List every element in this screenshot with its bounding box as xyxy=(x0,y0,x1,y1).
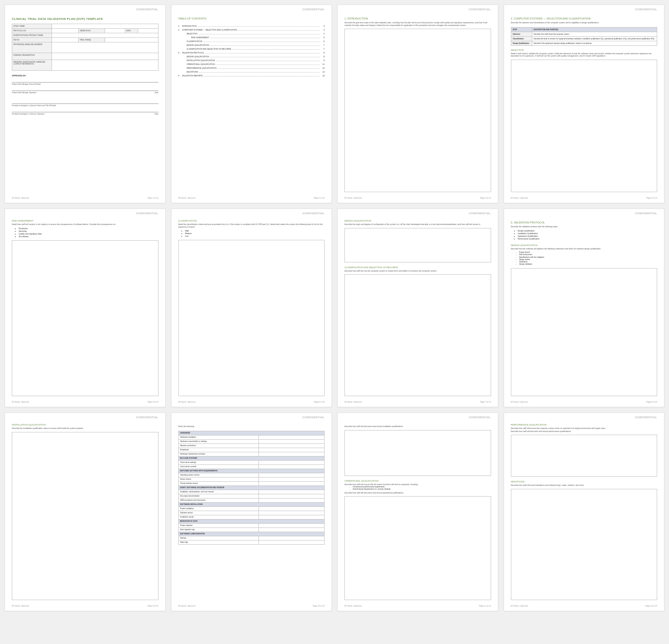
toc-title: TABLE OF CONTENTS xyxy=(178,17,325,20)
toc-dots xyxy=(203,41,320,42)
verify-value[interactable] xyxy=(259,439,324,443)
verify-value[interactable] xyxy=(259,443,324,448)
oq-desc-b: Describe how staff will document and rec… xyxy=(344,492,491,494)
text-input-area[interactable] xyxy=(344,274,491,396)
toc-dots xyxy=(216,60,320,61)
toc-text: CLASSIFICATION AND SELECTION OF RECORDS xyxy=(187,48,231,50)
footer-page: Page 12 of 13 xyxy=(645,605,657,607)
val-study-name[interactable] xyxy=(52,24,158,29)
footer-left: [PI Name / Sponsor] xyxy=(178,197,196,199)
page-footer: [PI Name / Sponsor]Page 10 of 13 xyxy=(178,605,325,607)
toc-page: 8 xyxy=(321,52,325,54)
verify-header: SOFTWARE CONFIGURATION xyxy=(178,532,325,536)
list-item: Medium xyxy=(185,232,325,235)
verify-value[interactable] xyxy=(259,494,324,498)
text-input-area[interactable] xyxy=(344,29,491,192)
toc-dots xyxy=(210,56,320,57)
toc-page: 8 xyxy=(321,55,325,58)
toc-dots xyxy=(210,37,320,38)
list-item: Installation Qualification xyxy=(518,232,658,235)
toc-page: 5 xyxy=(321,36,325,39)
verify-item: Virtual-machine version xyxy=(178,481,259,485)
section-title: RISK ASSESSMENT xyxy=(12,220,158,222)
footer-page: Page 6 of 13 xyxy=(314,401,325,403)
verify-value[interactable] xyxy=(259,481,324,485)
verify-value[interactable] xyxy=(259,452,324,456)
verify-value[interactable] xyxy=(259,464,324,469)
verify-value[interactable] xyxy=(259,460,324,464)
text-input-area[interactable] xyxy=(344,496,491,600)
val-version-no[interactable] xyxy=(105,29,125,33)
section-title: INSTALLATION QUALIFICATION xyxy=(12,424,158,426)
val-sponsor[interactable] xyxy=(52,42,158,53)
list-item: All software xyxy=(19,235,158,238)
text-input-area[interactable] xyxy=(511,435,658,477)
verify-value[interactable] xyxy=(259,435,324,439)
iq-desc: Describe how staff will document and rec… xyxy=(344,425,491,428)
toc-text: PERFORMANCE QUALIFICATION xyxy=(187,67,217,69)
confidential-label: CONFIDENTIAL xyxy=(635,416,657,419)
verify-value[interactable] xyxy=(259,527,324,532)
verify-value[interactable] xyxy=(259,490,324,494)
page-footer: [PI Name / Sponsor]Page 5 of 13 xyxy=(12,401,158,403)
verify-value[interactable] xyxy=(259,477,324,481)
verify-item: Cloud server contract xyxy=(178,464,259,469)
toc-row: RISK ASSESSMENT5 xyxy=(178,36,325,39)
list-item: Performance Qualification xyxy=(518,238,658,240)
list-item: Low xyxy=(185,235,325,238)
text-input-area[interactable] xyxy=(12,240,158,396)
val-date[interactable] xyxy=(138,29,158,33)
text-input-area[interactable] xyxy=(511,60,658,193)
toc-text: INSTALLATION QUALIFICATION xyxy=(187,59,215,61)
section-desc: Detail the classification criteria and a… xyxy=(178,223,325,228)
verify-value[interactable] xyxy=(259,540,324,544)
toc-page: 12 xyxy=(321,71,325,73)
val-protocol-no[interactable] xyxy=(52,29,79,33)
page-11: CONFIDENTIAL Describe how staff will doc… xyxy=(337,413,498,611)
th-desc: DESCRIPTION AND PURPOSE xyxy=(532,27,657,32)
step-label: Selection xyxy=(511,32,532,36)
footer-left: [PI Name / Sponsor] xyxy=(511,401,528,403)
verify-value[interactable] xyxy=(259,523,324,527)
verify-value[interactable] xyxy=(259,515,324,519)
confidential-label: CONFIDENTIAL xyxy=(136,212,158,215)
page-5: CONFIDENTIAL RISK ASSESSMENT Detail how … xyxy=(5,209,166,407)
toc-list: 1.INTRODUCTION32.COMPUTER SYSTEMS — SELE… xyxy=(178,24,325,78)
text-input-area[interactable] xyxy=(344,228,491,262)
th-step: STEP xyxy=(511,27,532,32)
lbl-date: DATE xyxy=(125,29,138,33)
verify-value[interactable] xyxy=(259,498,324,502)
footer-left: [PI Name / Sponsor] xyxy=(344,197,362,199)
val-pi[interactable] xyxy=(52,60,158,71)
page-8: CONFIDENTIAL 3. VALIDATION PROTOCOL Desc… xyxy=(504,209,665,407)
page-footer: [PI Name / Sponsor]Page 3 of 13 xyxy=(344,197,491,199)
toc-page: 4 xyxy=(321,29,325,31)
footer-page: Page 7 of 13 xyxy=(480,401,491,403)
sig1-label: Project Data Manager Name (Printed) xyxy=(12,83,41,85)
step-desc: Describe how staff chose the computer sy… xyxy=(532,32,657,36)
text-input-area[interactable] xyxy=(511,268,658,396)
verify-value[interactable] xyxy=(259,473,324,477)
val-trial-phase[interactable] xyxy=(105,38,158,42)
val-ind-no[interactable] xyxy=(52,38,79,42)
text-input-area[interactable] xyxy=(178,240,325,396)
verify-value[interactable] xyxy=(259,511,324,515)
lbl-ind-no: IND NO. xyxy=(12,38,52,42)
text-input-area[interactable] xyxy=(344,430,491,476)
footer-page: Page 9 of 13 xyxy=(147,605,158,607)
list-item: Quality and regulatory data xyxy=(19,233,158,235)
text-input-area[interactable] xyxy=(511,489,658,600)
verify-value[interactable] xyxy=(259,506,324,511)
toc-dots xyxy=(238,29,320,31)
verify-value[interactable] xyxy=(259,536,324,540)
verify-header: HARDWARE xyxy=(178,431,325,435)
toc-text: VALIDATION REPORTS xyxy=(182,74,203,77)
page-12: CONFIDENTIAL PERFORMANCE QUALIFICATION D… xyxy=(504,413,665,611)
val-inv-product[interactable] xyxy=(52,33,158,38)
section-desc: Describe the installation qualification … xyxy=(12,427,158,430)
verify-value[interactable] xyxy=(259,448,324,452)
confidential-label: CONFIDENTIAL xyxy=(302,8,325,11)
val-funding[interactable] xyxy=(52,53,158,60)
list-item: Servicing xyxy=(19,230,158,233)
text-input-area[interactable] xyxy=(12,432,158,600)
